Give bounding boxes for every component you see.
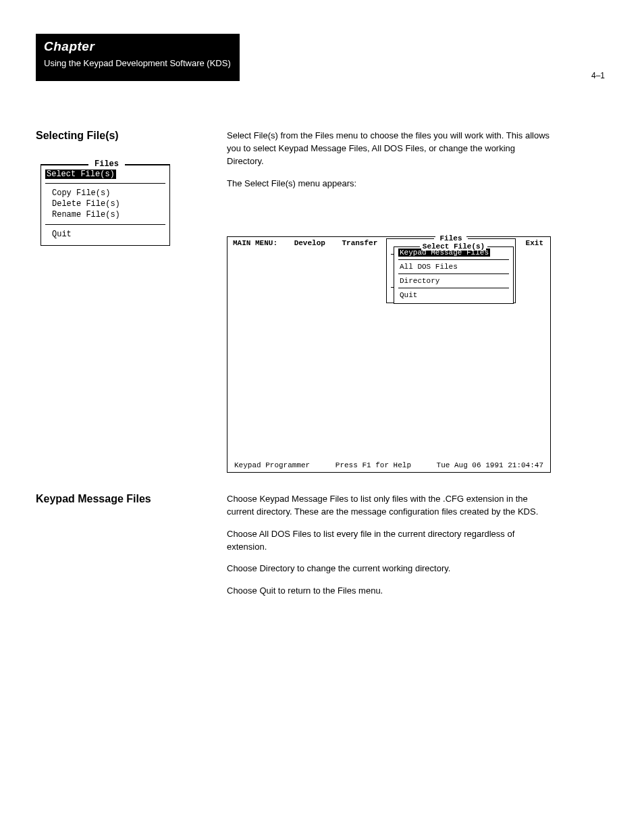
paragraph: Choose All DOS Files to list every file … [227, 528, 551, 554]
files-menu-box: Files Select File(s) Copy File(s) Delete… [41, 164, 170, 246]
chapter-banner: Chapter Using the Keypad Development Sof… [36, 34, 240, 81]
status-app-name: Keypad Programmer [234, 461, 310, 469]
menubar-develop[interactable]: Develop [294, 239, 325, 247]
paragraph: Choose Quit to return to the Files menu. [227, 585, 551, 598]
chapter-label: Chapter [44, 39, 232, 54]
page-number: 4–1 [591, 71, 605, 80]
menu-divider [398, 288, 509, 288]
dd-item-quit[interactable]: Quit [394, 290, 513, 303]
paragraph: Select File(s) from the Files menu to ch… [227, 130, 551, 168]
body-text-lower: Choose Keypad Message Files to list only… [227, 493, 551, 607]
app-screenshot: MAIN MENU: Develop Transfer R Exit Files… [227, 236, 551, 473]
section-heading-select-files: Selecting File(s) [36, 130, 211, 142]
menu-item-quit[interactable]: Quit [47, 229, 164, 240]
menu-divider [398, 259, 509, 260]
menubar-main: MAIN MENU: [233, 239, 277, 247]
menu-divider [398, 273, 509, 274]
dd-item-directory[interactable]: Directory [394, 276, 513, 286]
menu-item-delete-files[interactable]: Delete File(s) [47, 199, 164, 209]
app-statusbar: Keypad Programmer Press F1 for Help Tue … [234, 461, 543, 469]
files-menu-title: Files [90, 159, 124, 169]
dd-item-all-dos-files[interactable]: All DOS Files [394, 262, 513, 271]
body-text: Select File(s) from the Files menu to ch… [227, 130, 551, 199]
paragraph: Choose Keypad Message Files to list only… [227, 493, 551, 519]
paragraph: Choose Directory to change the current w… [227, 563, 551, 575]
status-datetime: Tue Aug 06 1991 21:04:47 [437, 461, 543, 469]
menu-item-rename-files[interactable]: Rename File(s) [47, 209, 164, 220]
menu-item-copy-files[interactable]: Copy File(s) [47, 188, 164, 199]
menubar-transfer[interactable]: Transfer [342, 239, 377, 247]
menu-divider [45, 183, 165, 184]
paragraph: The Select File(s) menu appears: [227, 178, 551, 190]
select-dropdown-title: Select File(s) [421, 242, 486, 251]
status-help: Press F1 for Help [336, 461, 411, 469]
select-files-dropdown: Select File(s) Keypad Message Files All … [394, 246, 514, 304]
files-dropdown-title: Files [435, 234, 466, 242]
menu-divider [45, 224, 165, 225]
menubar-exit[interactable]: Exit [526, 239, 543, 247]
section-heading-keypad-files: Keypad Message Files [36, 493, 211, 505]
menu-item-select-files[interactable]: Select File(s) [45, 170, 116, 179]
chapter-title: Using the Keypad Development Software (K… [44, 58, 232, 68]
